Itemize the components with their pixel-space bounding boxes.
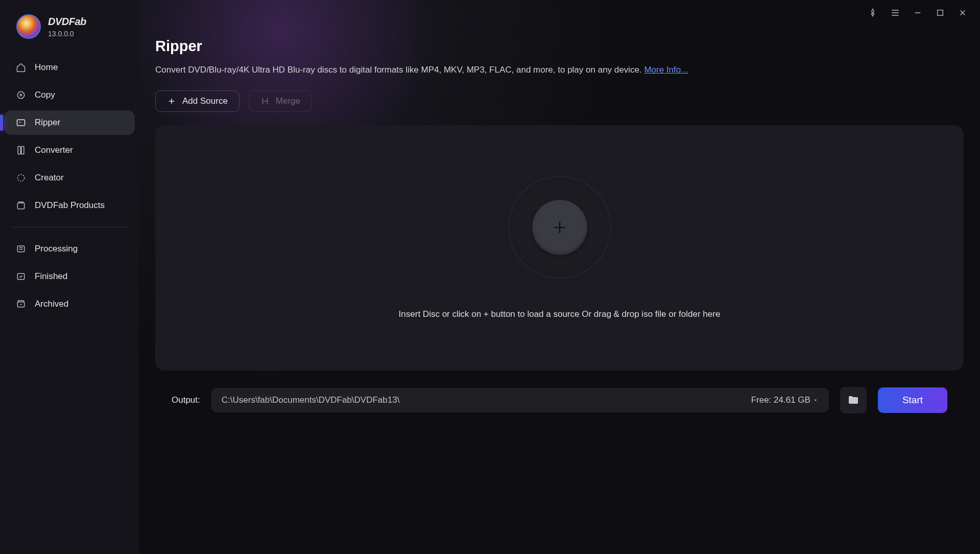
finished-icon [15,271,27,282]
sidebar-item-home[interactable]: Home [4,55,135,80]
main-panel: Ripper Convert DVD/Blu-ray/4K Ultra HD B… [139,0,980,554]
svg-rect-6 [17,203,24,209]
merge-icon [260,97,270,106]
archived-icon [15,298,27,310]
drop-zone[interactable]: Insert Disc or click on + button to load… [155,125,964,371]
sidebar-item-label: Finished [35,271,67,282]
add-source-button[interactable]: Add Source [155,90,240,112]
output-path-value: C:\Users\fab\Documents\DVDFab\DVDFab13\ [222,395,400,405]
close-icon[interactable] [957,7,969,19]
folder-icon [847,394,859,406]
svg-point-0 [17,91,24,98]
merge-button: Merge [249,90,312,112]
chevron-down-icon [812,397,819,403]
sidebar-item-label: Creator [35,173,64,183]
app-logo-icon [16,14,41,39]
titlebar [139,0,980,26]
sidebar-item-archived[interactable]: Archived [4,292,135,316]
brand-name: DVDFab [48,16,86,28]
svg-rect-3 [18,147,20,154]
content-area: Ripper Convert DVD/Blu-ray/4K Ultra HD B… [139,26,980,554]
minimize-icon[interactable] [912,7,924,19]
browse-folder-button[interactable] [840,387,867,413]
start-button[interactable]: Start [878,387,947,413]
secondary-nav: Processing Finished Archived [0,237,139,319]
add-source-label: Add Source [182,96,228,106]
drop-zone-plus-button[interactable] [532,200,587,255]
sidebar-item-label: Copy [35,90,55,100]
page-title: Ripper [155,38,964,55]
merge-label: Merge [276,96,300,106]
svg-rect-2 [17,120,25,126]
theme-icon[interactable] [867,7,879,19]
action-button-row: Add Source Merge [155,90,964,112]
sidebar-item-label: Home [35,62,58,73]
page-description: Convert DVD/Blu-ray/4K Ultra HD Blu-ray … [155,65,964,75]
sidebar-item-products[interactable]: DVDFab Products [4,193,135,218]
svg-rect-10 [938,10,943,16]
processing-icon [15,243,27,255]
sidebar-item-converter[interactable]: Converter [4,138,135,163]
footer-bar: Output: C:\Users\fab\Documents\DVDFab\DV… [155,371,964,433]
logo-area: DVDFab 13.0.0.0 [0,14,139,55]
svg-rect-7 [17,246,24,252]
converter-icon [15,145,27,156]
sidebar-item-label: Processing [35,244,78,254]
maximize-icon[interactable] [934,7,946,19]
plus-icon [167,97,176,106]
free-space-label: Free: 24.61 GB [751,395,810,405]
sidebar-item-processing[interactable]: Processing [4,237,135,261]
svg-rect-4 [21,147,24,154]
sidebar-item-creator[interactable]: Creator [4,166,135,190]
svg-point-1 [20,94,21,96]
sidebar-item-finished[interactable]: Finished [4,264,135,289]
output-path-field[interactable]: C:\Users\fab\Documents\DVDFab\DVDFab13\ … [211,388,829,412]
brand-version: 13.0.0.0 [48,30,86,38]
copy-icon [15,89,27,101]
nav-divider [11,227,128,227]
ripper-icon [15,117,27,128]
sidebar-item-ripper[interactable]: Ripper [4,110,135,135]
output-label: Output: [172,395,200,405]
sidebar: DVDFab 13.0.0.0 Home Copy Ripper [0,0,139,554]
sidebar-item-label: Ripper [35,118,60,128]
drop-zone-ring [509,176,611,279]
sidebar-item-label: DVDFab Products [35,200,105,211]
sidebar-item-label: Converter [35,145,73,155]
sidebar-item-copy[interactable]: Copy [4,83,135,107]
free-space-dropdown[interactable]: Free: 24.61 GB [751,395,819,405]
drop-zone-prompt: Insert Disc or click on + button to load… [399,309,721,319]
sidebar-item-label: Archived [35,299,68,309]
more-info-link[interactable]: More Info... [644,65,688,75]
svg-point-5 [17,174,24,181]
products-icon [15,200,27,211]
home-icon [15,62,27,73]
creator-icon [15,172,27,183]
primary-nav: Home Copy Ripper Converter Creator [0,55,139,221]
logo-text: DVDFab 13.0.0.0 [48,16,86,38]
menu-icon[interactable] [889,7,901,19]
page-description-text: Convert DVD/Blu-ray/4K Ultra HD Blu-ray … [155,65,644,75]
